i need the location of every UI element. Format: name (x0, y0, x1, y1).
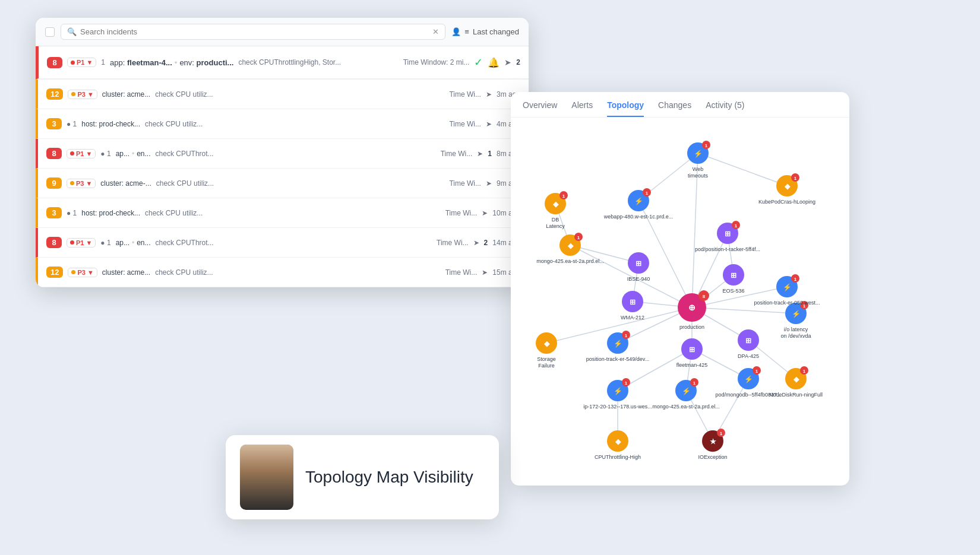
svg-text:1: 1 (794, 176, 797, 181)
priority-badge[interactable]: P3 ▼ (68, 90, 97, 99)
label1: cluster: acme-... (100, 179, 151, 188)
incident-labels: cluster: acme... (102, 268, 150, 277)
label1: host: prod-check... (81, 120, 140, 128)
svg-text:1: 1 (577, 235, 580, 240)
node-wma-212[interactable]: ⊞WMA-212 (621, 291, 644, 321)
svg-text:1: 1 (735, 223, 738, 229)
table-row[interactable]: 3 ● 1 host: prod-check... check CPU util… (36, 109, 529, 139)
tab-topology[interactable]: Topology (607, 100, 644, 117)
svg-text:1: 1 (646, 191, 649, 196)
time-window: Time Wi... (449, 120, 481, 128)
node-mongo-425-east[interactable]: ◆1mongo-425.ea-st-2a.prd.el... (536, 233, 604, 264)
priority-label: P1 (76, 150, 84, 157)
search-input[interactable] (80, 27, 429, 36)
incident-labels: ap... •en... (116, 239, 151, 247)
search-input-wrap[interactable]: 🔍 ✕ (61, 24, 445, 40)
incident-labels: host: prod-check... (81, 120, 140, 128)
svg-text:⊞: ⊞ (630, 298, 636, 306)
chevron-icon: ▼ (86, 150, 92, 157)
label1: cluster: acme... (102, 268, 150, 277)
table-row[interactable]: 9 P3 ▼ cluster: acme-... check CPU utili… (36, 169, 529, 198)
time-window: Time Wi... (437, 239, 469, 247)
table-row[interactable]: 8 P1 ▼ ● 1 ap... •en... check CPUThrot..… (36, 228, 529, 258)
node-fleetman-425[interactable]: ⊞fleetman-425 (676, 338, 708, 368)
svg-text:★: ★ (710, 437, 716, 446)
node-pod-position[interactable]: ⊞1pod/position-t-racker-5ff4f... (695, 221, 760, 252)
node-label: on /dev/xvda (780, 333, 811, 339)
forward-count: 1 (488, 150, 492, 158)
linked-count: ● 1 (100, 239, 110, 247)
tab-changes[interactable]: Changes (658, 100, 691, 117)
node-eos-536[interactable]: ⊞EOS-536 (722, 264, 744, 294)
node-label: production (679, 324, 704, 330)
node-dpa-425[interactable]: ⊞DPA-425 (738, 329, 759, 359)
selected-incident-row: 8 P1 ▼ 1 app: fleetman-4... • env: produ… (36, 46, 529, 80)
sort-label[interactable]: Last changed (473, 27, 519, 36)
incident-labels: host: prod-check... (81, 209, 140, 217)
node-ibse-940[interactable]: ⊞IBSE-940 (627, 252, 650, 282)
node-db-latency[interactable]: ◆1DBLatency (545, 191, 568, 229)
priority-badge[interactable]: P3 ▼ (68, 268, 97, 277)
node-position-tracker-050[interactable]: ⚡1position-track-er-050.west... (754, 274, 820, 306)
node-ip-172[interactable]: ⚡1ip-172-20-132--178.us-wes... (583, 378, 652, 410)
incident-labels: cluster: acme-... (100, 179, 151, 188)
priority-label: P1 (76, 239, 84, 246)
incident-number: 3 (46, 118, 62, 129)
env-label: en... (137, 239, 150, 247)
priority-badge[interactable]: P1 ▼ (67, 58, 96, 67)
sort-area: 👤 ≡ Last changed (451, 27, 519, 36)
node-label: i/o latency (784, 326, 808, 332)
node-label: ip-172-20-132--178.us-wes... (583, 404, 652, 410)
node-position-tracker-549[interactable]: ⚡1position-track-er-549/dev... (586, 331, 649, 362)
priority-label: P3 (77, 269, 85, 276)
tab-overview[interactable]: Overview (523, 100, 557, 117)
priority-dot (71, 61, 75, 65)
forward-count: 2 (484, 239, 488, 247)
priority-badge[interactable]: P1 ▼ (67, 149, 96, 158)
priority-badge[interactable]: P3 ▼ (67, 179, 96, 188)
select-all-checkbox[interactable] (45, 27, 55, 37)
node-web-timeouts[interactable]: ⚡1Webtimeouts (687, 141, 710, 179)
node-webapp-480[interactable]: ⚡1webapp-480.w-est-1c.prd.e... (603, 188, 674, 220)
forward-icon: ➤ (473, 239, 479, 247)
table-row[interactable]: 12 P3 ▼ cluster: acme... check CPU utili… (36, 258, 529, 287)
bottom-card-title: Topology Map Visibility (305, 468, 473, 487)
svg-line-16 (692, 307, 796, 313)
search-clear-icon[interactable]: ✕ (432, 27, 439, 36)
svg-text:⊞: ⊞ (725, 230, 731, 238)
svg-text:⚡: ⚡ (792, 309, 801, 318)
topology-map[interactable]: ⚡1Webtimeouts◆1DBLatency⚡1webapp-480.w-e… (511, 118, 849, 486)
check-text: check CPUThrot... (156, 150, 436, 158)
node-io-latency[interactable]: ⚡1i/o latencyon /dev/xvda (780, 301, 811, 339)
node-mongo-425-2[interactable]: ⚡1mongo-425.ea-st-2a.prd.el... (652, 378, 720, 410)
table-row[interactable]: 8 P1 ▼ ● 1 ap... •en... check CPUThrot..… (36, 139, 529, 169)
time-window: Time Wi... (449, 90, 481, 99)
tab-alerts[interactable]: Alerts (571, 100, 593, 117)
bottom-card: Topology Map Visibility (226, 435, 499, 519)
node-storage-failure[interactable]: ◆StorageFailure (536, 332, 557, 369)
check-text: check CPU utiliz... (156, 179, 445, 188)
tab-activity--5-[interactable]: Activity (5) (706, 100, 744, 117)
bell-icon: 🔔 (488, 57, 500, 68)
node-cpu-throttling[interactable]: ◆CPUThrottling-High (595, 430, 641, 460)
svg-text:8: 8 (703, 294, 706, 299)
node-label: timeouts (688, 173, 709, 179)
node-node-disk[interactable]: ◆1NodeDiskRun-ningFull (769, 366, 823, 398)
incident-number: 3 (46, 207, 62, 218)
incident-number: 12 (46, 267, 63, 278)
svg-text:1: 1 (755, 369, 758, 374)
priority-label: P1 (77, 59, 84, 66)
table-row[interactable]: 3 ● 1 host: prod-check... check CPU util… (36, 198, 529, 228)
node-production[interactable]: ⊕8production (678, 290, 709, 330)
chevron-icon: ▼ (86, 180, 92, 187)
table-row[interactable]: 12 P3 ▼ cluster: acme... check CPU utili… (36, 80, 529, 109)
priority-badge[interactable]: P1 ▼ (67, 238, 96, 248)
node-ioexception[interactable]: ★1IOException (698, 429, 727, 460)
label1: ap... (116, 239, 129, 247)
svg-text:⚡: ⚡ (783, 283, 792, 291)
node-label: position-track-er-050.west... (754, 300, 820, 306)
svg-text:⊕: ⊕ (688, 303, 696, 312)
svg-text:⊞: ⊞ (731, 271, 736, 280)
node-label: webapp-480.w-est-1c.prd.e... (603, 214, 674, 220)
forward-arrow: ➤ (504, 58, 511, 67)
